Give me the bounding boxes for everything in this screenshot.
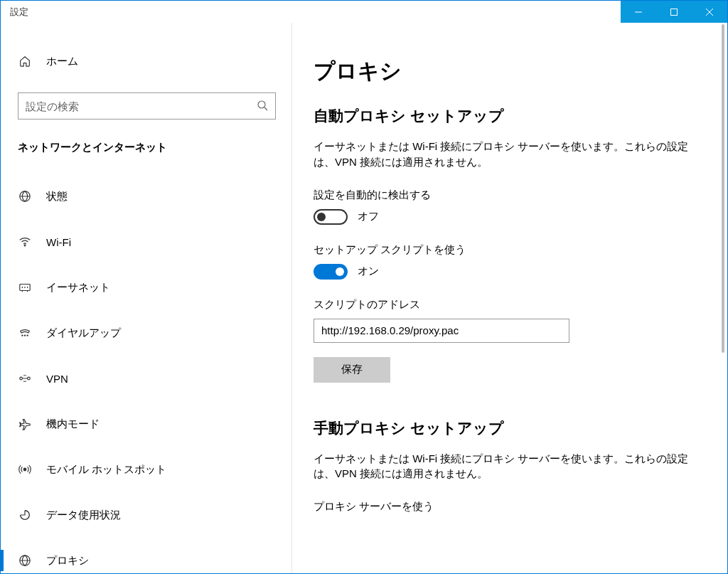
- svg-point-4: [258, 101, 265, 108]
- svg-line-5: [264, 107, 267, 110]
- detect-toggle-row: オフ: [314, 209, 700, 225]
- settings-window: 設定 ホーム: [0, 0, 728, 574]
- main: プロキシ 自動プロキシ セットアップ イーサネットまたは Wi-Fi 接続にプロ…: [292, 23, 727, 573]
- manual-heading: 手動プロキシ セットアップ: [314, 418, 700, 438]
- script-address-input[interactable]: [314, 319, 569, 343]
- vpn-icon: [18, 371, 32, 386]
- hotspot-icon: [18, 462, 32, 477]
- use-proxy-label: プロキシ サーバーを使う: [314, 500, 700, 514]
- script-state: オン: [358, 265, 379, 278]
- content: プロキシ 自動プロキシ セットアップ イーサネットまたは Wi-Fi 接続にプロ…: [292, 23, 722, 573]
- section-heading: ネットワークとインターネット: [1, 134, 291, 167]
- search-box[interactable]: [18, 92, 276, 119]
- detect-state: オフ: [358, 210, 379, 223]
- home-button[interactable]: ホーム: [1, 44, 291, 78]
- detect-label: 設定を自動的に検出する: [314, 188, 700, 202]
- sidebar-item-vpn[interactable]: VPN: [1, 362, 291, 395]
- body: ホーム ネットワークとインターネット 状態: [1, 23, 727, 573]
- status-icon: [18, 189, 32, 203]
- home-icon: [18, 54, 32, 68]
- page-title: プロキシ: [314, 57, 700, 86]
- sidebar-item-label: 状態: [46, 190, 68, 203]
- svg-point-7: [24, 245, 26, 246]
- maximize-button[interactable]: [656, 1, 692, 23]
- airplane-icon: [18, 417, 32, 431]
- window-controls: [621, 1, 727, 23]
- sidebar-item-status[interactable]: 状態: [1, 180, 291, 213]
- wifi-icon: [18, 235, 32, 249]
- sidebar-item-proxy[interactable]: プロキシ: [1, 544, 291, 573]
- svg-rect-1: [671, 9, 678, 15]
- sidebar-item-label: プロキシ: [46, 554, 89, 568]
- svg-point-9: [22, 335, 23, 336]
- sidebar: ホーム ネットワークとインターネット 状態: [1, 23, 292, 573]
- search-icon: [257, 100, 268, 113]
- sidebar-item-label: VPN: [46, 373, 68, 385]
- script-label: セットアップ スクリプトを使う: [314, 243, 700, 257]
- search-wrap: [1, 78, 291, 134]
- auto-heading: 自動プロキシ セットアップ: [314, 106, 700, 126]
- sidebar-item-datausage[interactable]: データ使用状況: [1, 499, 291, 531]
- manual-desc: イーサネットまたは Wi-Fi 接続にプロキシ サーバーを使います。これらの設定…: [314, 451, 700, 482]
- home-label: ホーム: [46, 55, 78, 68]
- search-input[interactable]: [26, 100, 257, 112]
- sidebar-item-hotspot[interactable]: モバイル ホットスポット: [1, 453, 291, 486]
- save-button[interactable]: 保存: [314, 357, 390, 383]
- data-usage-icon: [18, 508, 32, 522]
- scrollbar[interactable]: [722, 24, 724, 572]
- close-button[interactable]: [692, 1, 727, 23]
- proxy-icon: [18, 553, 32, 568]
- sidebar-item-dialup[interactable]: ダイヤルアップ: [1, 317, 291, 349]
- address-label: スクリプトのアドレス: [314, 298, 700, 312]
- sidebar-item-label: 機内モード: [46, 418, 100, 431]
- sidebar-item-label: Wi-Fi: [46, 236, 71, 248]
- sidebar-item-airplane[interactable]: 機内モード: [1, 408, 291, 440]
- svg-point-14: [23, 468, 26, 471]
- auto-desc: イーサネットまたは Wi-Fi 接続にプロキシ サーバーを使います。これらの設定…: [314, 139, 700, 170]
- script-toggle-row: オン: [314, 264, 700, 280]
- dialup-icon: [18, 326, 32, 340]
- svg-point-10: [24, 335, 25, 336]
- scrollbar-thumb[interactable]: [722, 24, 724, 353]
- script-toggle[interactable]: [314, 264, 348, 280]
- sidebar-item-label: イーサネット: [46, 281, 110, 294]
- titlebar: 設定: [1, 1, 727, 23]
- window-title: 設定: [1, 6, 621, 18]
- detect-toggle[interactable]: [314, 209, 348, 225]
- svg-point-13: [28, 377, 31, 380]
- sidebar-item-ethernet[interactable]: イーサネット: [1, 271, 291, 304]
- sidebar-item-wifi[interactable]: Wi-Fi: [1, 225, 291, 258]
- minimize-button[interactable]: [621, 1, 656, 23]
- sidebar-item-label: ダイヤルアップ: [46, 326, 121, 340]
- ethernet-icon: [18, 280, 32, 294]
- sidebar-item-label: モバイル ホットスポット: [46, 463, 166, 477]
- svg-point-12: [20, 377, 23, 380]
- svg-point-11: [27, 335, 28, 336]
- sidebar-item-label: データ使用状況: [46, 509, 121, 522]
